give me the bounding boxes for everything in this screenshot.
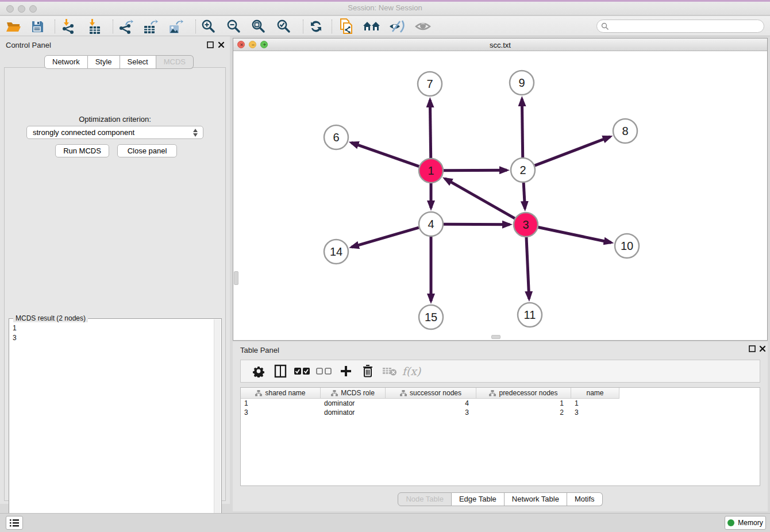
tab-node-table[interactable]: Node Table xyxy=(398,492,452,506)
open-file-icon[interactable] xyxy=(3,18,24,35)
export-table-icon[interactable] xyxy=(140,18,161,35)
table-cell[interactable]: dominator xyxy=(321,408,386,417)
column-type-icon xyxy=(331,390,338,396)
table-row[interactable]: 3dominator323 xyxy=(241,408,619,417)
apply-layout-icon[interactable] xyxy=(306,18,326,35)
edge-3-10[interactable] xyxy=(538,228,611,243)
search-box[interactable] xyxy=(596,20,764,33)
show-all-icon[interactable] xyxy=(361,18,382,35)
task-list-icon xyxy=(10,519,19,527)
mcds-result-list: 13 xyxy=(13,323,17,343)
export-image-icon[interactable] xyxy=(165,18,186,35)
table-panel: Table Panel xyxy=(233,342,768,511)
memory-button[interactable]: Memory xyxy=(725,516,766,530)
import-table-icon[interactable] xyxy=(84,18,105,35)
zoom-out-icon[interactable] xyxy=(224,18,244,35)
edge-3-1[interactable] xyxy=(445,179,515,218)
column-header-label: name xyxy=(586,389,603,397)
add-column-icon[interactable] xyxy=(335,363,357,380)
hide-selected-icon[interactable] xyxy=(387,18,407,35)
control-panel-title: Control Panel xyxy=(6,41,51,49)
run-mcds-button[interactable]: Run MCDS xyxy=(55,144,109,157)
table-cell[interactable]: 1 xyxy=(476,399,571,408)
criterion-dropdown[interactable]: strongly connected component xyxy=(26,126,203,139)
tab-style[interactable]: Style xyxy=(88,55,120,69)
export-network-icon[interactable] xyxy=(116,18,136,35)
node-label-10: 10 xyxy=(621,240,633,252)
edge-2-9[interactable] xyxy=(522,99,522,157)
column-header-label: shared name xyxy=(265,389,305,397)
table-row[interactable]: 1dominator411 xyxy=(241,399,619,408)
table-close-panel-icon[interactable] xyxy=(759,345,767,353)
column-header-predecessor-nodes[interactable]: predecessor nodes xyxy=(476,388,571,399)
table-cell[interactable]: dominator xyxy=(321,399,386,408)
optimization-criterion-label: Optimization criterion: xyxy=(5,115,225,124)
float-panel-icon[interactable] xyxy=(207,41,214,49)
table-cell[interactable]: 3 xyxy=(571,408,619,417)
edge-4-14[interactable] xyxy=(352,228,419,247)
column-header-name[interactable]: name xyxy=(571,388,619,399)
network-view-window: × − + scc.txt 7968124314101511 xyxy=(233,38,768,341)
close-panel-button[interactable]: Close panel xyxy=(117,144,177,157)
table-options-icon[interactable] xyxy=(248,363,270,380)
network-window-titlebar[interactable]: × − + scc.txt xyxy=(233,38,767,51)
show-hidden-icon[interactable] xyxy=(413,18,433,35)
table-cell[interactable]: 3 xyxy=(386,408,476,417)
tab-edge-table[interactable]: Edge Table xyxy=(452,492,505,506)
network-canvas[interactable]: 7968124314101511 xyxy=(233,51,767,340)
zoom-selected-icon[interactable] xyxy=(274,18,294,35)
table-tabs: Node TableEdge TableNetwork TableMotifs xyxy=(233,492,768,506)
tab-network-table[interactable]: Network Table xyxy=(505,492,567,506)
zoom-in-icon[interactable] xyxy=(198,18,219,35)
edge-2-3[interactable] xyxy=(523,183,525,209)
save-session-icon[interactable] xyxy=(27,18,48,35)
table-cell[interactable]: 3 xyxy=(241,408,321,417)
open-browser-icon[interactable] xyxy=(336,18,357,35)
mcds-result-scrollbar[interactable] xyxy=(214,319,221,532)
edge-1-6[interactable] xyxy=(351,142,419,166)
column-header-MCDS-role[interactable]: MCDS role xyxy=(321,388,386,399)
tab-motifs[interactable]: Motifs xyxy=(567,492,603,506)
edge-2-8[interactable] xyxy=(535,137,610,165)
tab-network[interactable]: Network xyxy=(44,55,88,69)
dropdown-stepper-icon xyxy=(192,128,199,137)
node-label-2: 2 xyxy=(519,164,526,176)
close-panel-icon[interactable] xyxy=(218,41,225,49)
delete-column-icon[interactable] xyxy=(357,363,379,380)
select-all-icon[interactable] xyxy=(291,363,313,380)
table-cell[interactable]: 1 xyxy=(241,399,321,408)
edge-3-11[interactable] xyxy=(526,237,529,299)
search-input[interactable] xyxy=(609,21,764,32)
table-float-panel-icon[interactable] xyxy=(749,345,756,353)
main-toolbar xyxy=(0,16,770,36)
zoom-fit-icon[interactable] xyxy=(248,18,269,35)
edge-4-3[interactable] xyxy=(444,224,510,225)
horizontal-scrollbar-thumb[interactable] xyxy=(491,335,500,339)
deselect-all-icon[interactable] xyxy=(313,363,335,380)
mcds-panel: Optimization criterion: strongly connect… xyxy=(4,67,226,501)
column-browser-icon[interactable] xyxy=(270,363,291,380)
vertical-scrollbar-thumb[interactable] xyxy=(234,271,238,285)
column-header-successor-nodes[interactable]: successor nodes xyxy=(386,388,476,399)
edge-1-2[interactable] xyxy=(444,170,507,171)
column-header-shared-name[interactable]: shared name xyxy=(241,388,321,399)
column-type-icon xyxy=(255,390,262,396)
window-title: Session: New Session xyxy=(0,3,770,12)
table-cell[interactable]: 1 xyxy=(571,399,619,408)
table-cell[interactable]: 2 xyxy=(476,408,571,417)
table-body[interactable]: 1dominator4113dominator323 xyxy=(241,399,619,417)
task-history-button[interactable] xyxy=(6,516,23,530)
table-cell[interactable]: 4 xyxy=(386,399,476,408)
delete-table-icon[interactable] xyxy=(379,363,401,380)
import-network-icon[interactable] xyxy=(58,18,79,35)
edge-1-7[interactable] xyxy=(430,100,430,158)
function-builder-icon: f(x) xyxy=(401,363,422,380)
node-label-7: 7 xyxy=(426,78,433,90)
table-header-row[interactable]: shared nameMCDS rolesuccessor nodesprede… xyxy=(241,388,619,399)
tab-select[interactable]: Select xyxy=(120,55,156,69)
tab-mcds[interactable]: MCDS xyxy=(156,55,194,69)
node-table[interactable]: shared nameMCDS rolesuccessor nodesprede… xyxy=(240,387,760,486)
criterion-value: strongly connected component xyxy=(33,128,134,137)
toolbar-separator xyxy=(332,20,332,33)
memory-status-icon xyxy=(727,519,734,526)
